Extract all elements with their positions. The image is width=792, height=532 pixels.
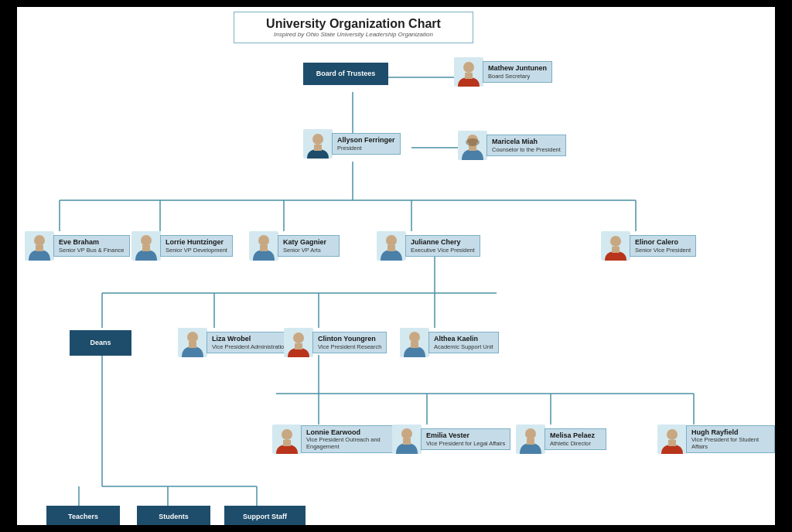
svg-point-36 bbox=[466, 138, 480, 146]
mathew-node: Mathew Juntunen Board Secretary bbox=[454, 57, 552, 87]
emilia-title: Vice President for Legal Affairs bbox=[426, 440, 505, 447]
althea-node: Althea Kaelin Academic Support Unit bbox=[400, 328, 499, 357]
svg-point-47 bbox=[386, 235, 397, 246]
teachers-node: Teachers bbox=[46, 506, 120, 525]
svg-rect-69 bbox=[527, 438, 534, 445]
mathew-name: Mathew Juntunen bbox=[488, 64, 547, 73]
lonnie-title: Vice President Outreach and Engagement bbox=[306, 436, 396, 450]
lonnie-node: Lonnie Earwood Vice President Outreach a… bbox=[272, 425, 401, 454]
clinton-node: Clinton Youngren Vice President Research bbox=[284, 328, 387, 357]
maricela-node: Maricela Miah Counselor to the President bbox=[458, 131, 566, 160]
julianne-name: Julianne Chery bbox=[411, 238, 475, 247]
hugh-title: Vice President for Student Affairs bbox=[691, 436, 770, 450]
melisa-node: Melisa Pelaez Athletic Director bbox=[516, 425, 606, 454]
students-node: Students bbox=[137, 506, 210, 525]
melisa-title: Athletic Director bbox=[550, 440, 601, 447]
svg-rect-51 bbox=[612, 247, 620, 253]
liza-name: Liza Wrobel bbox=[212, 335, 287, 343]
svg-rect-39 bbox=[36, 245, 43, 251]
clinton-title: Vice President Research bbox=[318, 343, 381, 350]
chart-title: University Organization Chart bbox=[242, 17, 465, 31]
svg-point-56 bbox=[293, 332, 304, 343]
students-name: Students bbox=[147, 513, 200, 521]
katy-title: Senior VP Arts bbox=[283, 247, 334, 254]
svg-point-31 bbox=[312, 134, 323, 145]
lorrie-title: Senior VP Development bbox=[166, 247, 227, 254]
support-name: Support Staff bbox=[234, 513, 295, 521]
katy-node: Katy Gagnier Senior VP Arts bbox=[249, 231, 340, 261]
althea-name: Althea Kaelin bbox=[434, 335, 493, 343]
maricela-name: Maricela Miah bbox=[492, 138, 561, 146]
svg-rect-57 bbox=[295, 343, 302, 350]
hugh-name: Hugh Rayfield bbox=[691, 428, 770, 437]
mathew-title: Board Secretary bbox=[488, 73, 547, 80]
liza-node: Liza Wrobel Vice President Administratio… bbox=[178, 328, 292, 357]
svg-rect-42 bbox=[142, 245, 150, 251]
lorrie-name: Lorrie Huntzinger bbox=[166, 238, 227, 247]
emilia-node: Emilia Vester Vice President for Legal A… bbox=[392, 425, 510, 454]
svg-point-68 bbox=[525, 428, 536, 439]
elinor-title: Senior Vice President bbox=[635, 247, 691, 254]
svg-point-59 bbox=[409, 332, 420, 343]
althea-title: Academic Support Unit bbox=[434, 343, 493, 350]
teachers-name: Teachers bbox=[56, 513, 110, 521]
svg-point-65 bbox=[401, 428, 412, 439]
svg-point-38 bbox=[34, 235, 45, 246]
svg-rect-66 bbox=[403, 438, 411, 445]
liza-title: Vice President Administration bbox=[212, 343, 287, 350]
elinor-name: Elinor Calero bbox=[635, 238, 691, 247]
katy-name: Katy Gagnier bbox=[283, 238, 334, 247]
board-name: Board of Trustees bbox=[313, 70, 378, 78]
svg-rect-63 bbox=[283, 440, 291, 446]
allyson-node: Allyson Ferringer President bbox=[303, 129, 401, 159]
support-node: Support Staff bbox=[224, 506, 306, 525]
svg-point-44 bbox=[258, 235, 269, 246]
svg-point-71 bbox=[667, 429, 678, 440]
allyson-title: President bbox=[337, 145, 395, 152]
svg-point-62 bbox=[282, 429, 292, 440]
chart-title-box: University Organization Chart Inspired b… bbox=[234, 12, 473, 43]
svg-point-41 bbox=[141, 235, 152, 246]
eve-title: Senior VP Bus & Finance bbox=[59, 247, 125, 254]
deans-name: Deans bbox=[83, 339, 118, 347]
svg-rect-72 bbox=[668, 440, 676, 446]
maricela-title: Counselor to the President bbox=[492, 146, 561, 153]
eve-node: Eve Braham Senior VP Bus & Finance bbox=[25, 231, 130, 261]
chart-subtitle: Inspired by Ohio State University Leader… bbox=[242, 31, 465, 38]
lorrie-node: Lorrie Huntzinger Senior VP Development bbox=[131, 231, 233, 261]
melisa-name: Melisa Pelaez bbox=[550, 431, 601, 440]
svg-rect-60 bbox=[411, 342, 418, 348]
lonnie-name: Lonnie Earwood bbox=[306, 428, 396, 437]
allyson-name: Allyson Ferringer bbox=[337, 136, 395, 145]
svg-point-50 bbox=[610, 236, 621, 247]
elinor-node: Elinor Calero Senior Vice President bbox=[601, 231, 696, 261]
svg-rect-45 bbox=[260, 245, 268, 251]
svg-point-53 bbox=[187, 332, 198, 343]
svg-point-28 bbox=[463, 62, 474, 73]
julianne-node: Julianne Chery Executive Vice President bbox=[377, 231, 480, 261]
svg-rect-48 bbox=[387, 245, 395, 251]
board-node: Board of Trustees bbox=[303, 63, 388, 85]
svg-rect-32 bbox=[314, 145, 322, 151]
clinton-name: Clinton Youngren bbox=[318, 335, 381, 343]
deans-node: Deans bbox=[70, 330, 131, 356]
svg-rect-29 bbox=[465, 73, 473, 79]
svg-rect-54 bbox=[189, 342, 196, 348]
emilia-name: Emilia Vester bbox=[426, 431, 505, 440]
julianne-title: Executive Vice President bbox=[411, 247, 475, 254]
eve-name: Eve Braham bbox=[59, 238, 125, 247]
hugh-node: Hugh Rayfield Vice President for Student… bbox=[657, 425, 775, 454]
